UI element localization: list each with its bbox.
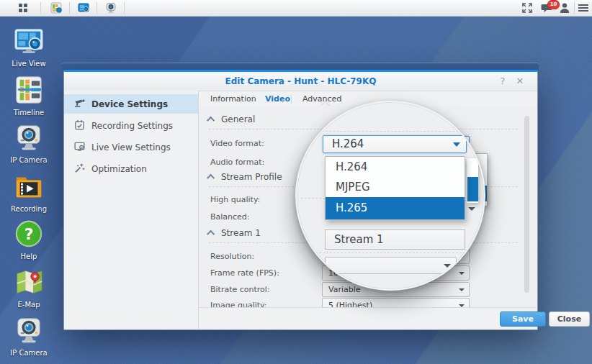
bitrate-control-label: Bitrate control: — [210, 285, 270, 294]
desktop-icon-label: Recording — [6, 205, 52, 213]
save-button[interactable]: Save — [500, 311, 546, 327]
user-account-icon[interactable] — [559, 2, 570, 14]
live-view-icon — [14, 26, 44, 56]
vertical-scrollbar[interactable] — [524, 116, 529, 293]
sidebar-item-label: Optimization — [91, 164, 147, 174]
taskbar-ipcamera-app-icon[interactable] — [105, 2, 117, 14]
dialog-titlebar: Edit Camera - Hunt - HLC-79KQ ? ✕ — [64, 72, 537, 91]
frame-rate-label: Frame rate (FPS): — [210, 268, 279, 278]
taskbar-separator — [124, 2, 125, 14]
magnifier-lens: H.264 H.264 MJPEG H.265 Stream 1 — [295, 101, 485, 291]
chevron-up-icon — [207, 117, 215, 124]
sidebar-item-live-view-settings[interactable]: Live View Settings — [64, 137, 198, 157]
section-title: Stream Profile — [221, 172, 282, 182]
tab-separator — [341, 94, 342, 104]
desktop-icon-e-map[interactable]: E-Map — [6, 267, 52, 309]
chevron-down-icon — [444, 264, 451, 268]
recording-settings-icon — [74, 119, 85, 132]
svg-text:?: ? — [24, 225, 34, 243]
desktop-icon-label: E-Map — [6, 301, 52, 309]
e-map-icon — [14, 267, 44, 297]
video-format-label: Video format: — [210, 139, 264, 148]
recording-icon — [14, 171, 44, 201]
sidebar-item-optimization[interactable]: Optimization — [64, 159, 198, 178]
dialog-help-button[interactable]: ? — [497, 76, 508, 87]
desktop-icon-ip-camera-2[interactable]: IP Camera — [6, 315, 52, 357]
desktop-icon-label: IP Camera — [6, 156, 52, 164]
chevron-up-icon — [207, 174, 215, 182]
chevron-up-icon — [207, 230, 215, 238]
magnified-option-mjpeg[interactable]: MJPEG — [326, 177, 465, 197]
magnified-divider — [304, 131, 477, 132]
sidebar-item-label: Device Settings — [91, 99, 168, 109]
main-menu-icon[interactable] — [17, 2, 29, 14]
image-quality-select[interactable]: 5 (Highest) — [322, 298, 470, 308]
dialog-footer: Save Close — [199, 307, 537, 329]
notification-badge: 10 — [547, 0, 560, 9]
taskbar-timeline-app-icon[interactable] — [50, 2, 62, 14]
optimization-icon — [74, 163, 85, 176]
sidebar-item-label: Recording Settings — [91, 121, 173, 131]
magnified-video-format-value: H.264 — [332, 137, 364, 150]
tab-separator — [253, 94, 254, 104]
ip-camera-icon — [14, 122, 44, 153]
taskbar: 10 — [0, 0, 592, 17]
taskbar-separator — [97, 2, 97, 14]
notifications-icon[interactable]: 10 — [541, 2, 553, 14]
desktop-icon-label: Timeline — [6, 109, 52, 117]
desktop-icon-label: IP Camera — [6, 349, 52, 357]
magnified-selection-edge — [467, 177, 478, 201]
dialog-title: Edit Camera - Hunt - HLC-79KQ — [64, 76, 537, 86]
widgets-menu-icon[interactable] — [578, 2, 589, 14]
desktop-icon-recording[interactable]: Recording — [6, 171, 52, 213]
taskbar-liveview-app-icon[interactable] — [78, 2, 89, 14]
section-title: Stream 1 — [221, 228, 261, 238]
dialog-sidebar: Device Settings Recording Settings Live … — [64, 91, 199, 329]
tab-separator — [291, 94, 292, 104]
desktop-root: 10 Live View Timeline IP Camera Recordin… — [0, 0, 592, 364]
dialog-close-icon[interactable]: ✕ — [514, 76, 526, 87]
audio-format-label: Audio format: — [210, 158, 264, 167]
section-general[interactable]: General — [209, 114, 255, 124]
chevron-down-icon — [459, 272, 465, 275]
resolution-label: Resolution: — [210, 252, 254, 261]
bitrate-control-value: Variable — [328, 285, 361, 294]
high-quality-label: High quality: — [210, 195, 260, 204]
taskbar-separator — [574, 2, 575, 14]
desktop-icon-label: Help — [6, 252, 52, 260]
desktop-icon-live-view[interactable]: Live View — [6, 26, 52, 68]
timeline-icon — [14, 75, 44, 105]
magnified-resolution-select[interactable] — [325, 257, 457, 274]
tab-video[interactable]: Video — [261, 93, 295, 105]
section-stream-profile[interactable]: Stream Profile — [209, 172, 282, 182]
desktop-icon-ip-camera[interactable]: IP Camera — [6, 122, 52, 164]
ip-camera-icon — [14, 315, 44, 345]
magnified-option-h264[interactable]: H.264 — [326, 157, 465, 177]
device-settings-icon — [74, 98, 85, 111]
section-stream-1[interactable]: Stream 1 — [209, 228, 261, 238]
live-view-settings-icon — [74, 141, 85, 154]
balanced-label: Balanced: — [210, 212, 250, 222]
sidebar-item-label: Live View Settings — [91, 142, 171, 153]
taskbar-separator — [40, 2, 41, 14]
magnified-option-h265[interactable]: H.265 — [326, 197, 465, 219]
taskbar-separator — [69, 2, 70, 14]
close-button[interactable]: Close — [549, 311, 590, 327]
chevron-down-icon — [468, 207, 475, 211]
section-title: General — [221, 114, 255, 124]
desktop-icon-timeline[interactable]: Timeline — [6, 75, 52, 117]
sidebar-item-device-settings[interactable]: Device Settings — [64, 94, 198, 114]
chevron-down-icon — [459, 288, 465, 291]
help-icon: ? — [14, 219, 44, 249]
chevron-down-icon — [453, 142, 460, 147]
fullscreen-icon[interactable] — [521, 2, 533, 14]
magnified-video-format-select[interactable]: H.264 — [323, 135, 467, 153]
magnified-stream-box: Stream 1 — [325, 229, 465, 250]
magnified-dropdown: H.264 MJPEG H.265 — [325, 156, 465, 220]
desktop-icon-label: Live View — [6, 60, 52, 68]
magnified-divider — [301, 252, 480, 253]
desktop-icon-help[interactable]: ? Help — [6, 219, 52, 260]
sidebar-item-recording-settings[interactable]: Recording Settings — [64, 116, 198, 135]
